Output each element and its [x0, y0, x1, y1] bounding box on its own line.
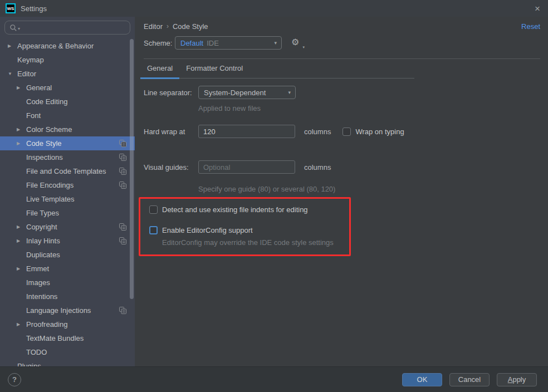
- sidebar-item-label: Keymap: [17, 56, 44, 64]
- tab-general[interactable]: General: [140, 59, 179, 78]
- sidebar-item-label: Emmet: [26, 264, 49, 273]
- hard-wrap-columns-label: columns: [304, 128, 331, 136]
- hard-wrap-label: Hard wrap at: [144, 128, 198, 136]
- sidebar-item-code-style[interactable]: ▶Code Style: [0, 136, 135, 150]
- per-project-icon: [119, 223, 126, 231]
- sidebar-item-live-templates[interactable]: Live Templates: [0, 192, 135, 206]
- annotation-rectangle: Detect and use existing file indents for…: [139, 197, 351, 256]
- per-project-icon: [119, 237, 126, 244]
- editorconfig-checkbox[interactable]: [149, 226, 158, 234]
- sidebar-item-proofreading[interactable]: ▶Proofreading: [0, 317, 135, 331]
- sidebar-item-intentions[interactable]: Intentions: [0, 290, 135, 303]
- collapsed-arrow-icon[interactable]: ▶: [16, 322, 26, 327]
- sidebar-item-copyright[interactable]: ▶Copyright: [0, 220, 135, 234]
- search-input[interactable]: ▾: [4, 21, 130, 35]
- sidebar-item-file-encodings[interactable]: File Encodings: [0, 178, 135, 192]
- sidebar-item-plugins[interactable]: Plugins: [0, 359, 135, 366]
- titlebar: WS Settings ×: [0, 0, 548, 17]
- sidebar-item-inlay-hints[interactable]: ▶Inlay Hints: [0, 234, 135, 248]
- sidebar-item-label: Inspections: [26, 153, 63, 161]
- close-icon[interactable]: ×: [535, 4, 540, 13]
- editorconfig-hint: EditorConfig may override the IDE code s…: [162, 238, 342, 247]
- sidebar-item-color-scheme[interactable]: ▶Color Scheme: [0, 122, 135, 136]
- sidebar-item-label: Proofreading: [26, 320, 67, 329]
- sidebar-item-keymap[interactable]: Keymap: [0, 53, 135, 67]
- gear-chevron-icon: ▾: [302, 45, 305, 50]
- sidebar-item-file-types[interactable]: File Types: [0, 206, 135, 220]
- tab-formatter-control[interactable]: Formatter Control: [179, 59, 249, 78]
- sidebar-item-label: TextMate Bundles: [26, 334, 84, 342]
- scheme-label: Scheme:: [144, 39, 175, 47]
- collapsed-arrow-icon[interactable]: ▶: [7, 43, 17, 48]
- search-icon: [9, 24, 17, 32]
- detect-indents-checkbox[interactable]: [149, 205, 158, 214]
- per-project-icon: [119, 182, 126, 189]
- sidebar-item-language-injections[interactable]: Language Injections: [0, 303, 135, 317]
- reset-link[interactable]: Reset: [521, 22, 540, 31]
- line-separator-hint: Applied to new files: [198, 104, 540, 112]
- expanded-arrow-icon[interactable]: ▼: [7, 71, 17, 76]
- help-button[interactable]: ?: [8, 373, 21, 386]
- settings-window: WS Settings × ▾ ▶Appearance & BehaviorKe…: [0, 0, 548, 392]
- search-history-chevron-icon[interactable]: ▾: [18, 26, 20, 31]
- collapsed-arrow-icon[interactable]: ▶: [16, 127, 26, 132]
- window-title: Settings: [21, 4, 47, 13]
- scheme-dropdown[interactable]: Default IDE ▾: [175, 36, 282, 50]
- ok-button[interactable]: OK: [402, 373, 442, 386]
- collapsed-arrow-icon[interactable]: ▶: [16, 266, 26, 271]
- sidebar-item-todo[interactable]: TODO: [0, 345, 135, 359]
- sidebar-item-label: Images: [26, 278, 50, 287]
- sidebar-item-editor[interactable]: ▼Editor: [0, 67, 135, 81]
- scheme-value: Default: [180, 39, 203, 47]
- sidebar-item-label: Color Scheme: [26, 125, 72, 134]
- sidebar-item-label: Intentions: [26, 292, 57, 301]
- collapsed-arrow-icon[interactable]: ▶: [16, 238, 26, 243]
- breadcrumb-item[interactable]: Editor: [144, 22, 163, 31]
- gear-icon: ⚙: [291, 37, 299, 47]
- collapsed-arrow-icon[interactable]: ▶: [16, 141, 26, 146]
- sidebar-item-general[interactable]: ▶General: [0, 81, 135, 95]
- sidebar-item-label: TODO: [26, 348, 47, 356]
- visual-guides-columns-label: columns: [304, 163, 331, 171]
- hard-wrap-input[interactable]: [198, 125, 295, 138]
- sidebar-item-duplicates[interactable]: Duplicates: [0, 248, 135, 262]
- breadcrumb-item[interactable]: Code Style: [173, 22, 208, 31]
- editorconfig-label: Enable EditorConfig support: [162, 226, 253, 234]
- per-project-icon: [119, 154, 126, 161]
- dialog-footer: ? OKCancelApply: [0, 366, 548, 392]
- breadcrumb: Editor›Code Style: [144, 22, 208, 31]
- sidebar-item-label: File Types: [26, 209, 59, 217]
- wrap-on-typing-checkbox[interactable]: [342, 128, 351, 136]
- cancel-button[interactable]: Cancel: [449, 373, 490, 386]
- scheme-actions-button[interactable]: ⚙ ▾: [291, 37, 304, 49]
- per-project-icon: [119, 168, 126, 175]
- webstorm-logo-text: WS: [7, 6, 14, 11]
- tabs: GeneralFormatter Control: [140, 59, 414, 79]
- sidebar-item-images[interactable]: Images: [0, 276, 135, 290]
- sidebar-item-label: Duplicates: [26, 251, 60, 259]
- apply-button[interactable]: Apply: [497, 373, 537, 386]
- sidebar-item-label: Appearance & Behavior: [17, 42, 94, 50]
- dialog-buttons: OKCancelApply: [402, 373, 537, 386]
- sidebar-item-label: Code Style: [26, 139, 62, 148]
- line-separator-dropdown[interactable]: System-Dependent ▾: [198, 86, 296, 99]
- collapsed-arrow-icon[interactable]: ▶: [16, 85, 26, 90]
- sidebar-item-label: Inlay Hints: [26, 237, 60, 245]
- sidebar-item-inspections[interactable]: Inspections: [0, 150, 135, 164]
- help-icon: ?: [12, 375, 17, 384]
- sidebar-item-label: Live Templates: [26, 195, 74, 203]
- breadcrumb-separator: ›: [167, 22, 169, 30]
- sidebar-item-textmate-bundles[interactable]: TextMate Bundles: [0, 331, 135, 345]
- sidebar-item-file-and-code-templates[interactable]: File and Code Templates: [0, 164, 135, 178]
- sidebar-scrollbar[interactable]: [130, 39, 134, 299]
- line-separator-label: Line separator:: [144, 89, 198, 97]
- sidebar-item-emmet[interactable]: ▶Emmet: [0, 262, 135, 276]
- collapsed-arrow-icon[interactable]: ▶: [16, 224, 26, 229]
- sidebar-item-appearance-behavior[interactable]: ▶Appearance & Behavior: [0, 39, 135, 53]
- wrap-on-typing-label: Wrap on typing: [355, 128, 404, 136]
- line-separator-value: System-Dependent: [204, 89, 266, 97]
- scheme-value-suffix: IDE: [207, 39, 219, 47]
- sidebar-item-font[interactable]: Font: [0, 109, 135, 122]
- sidebar-item-code-editing[interactable]: Code Editing: [0, 95, 135, 109]
- visual-guides-input[interactable]: [198, 160, 295, 174]
